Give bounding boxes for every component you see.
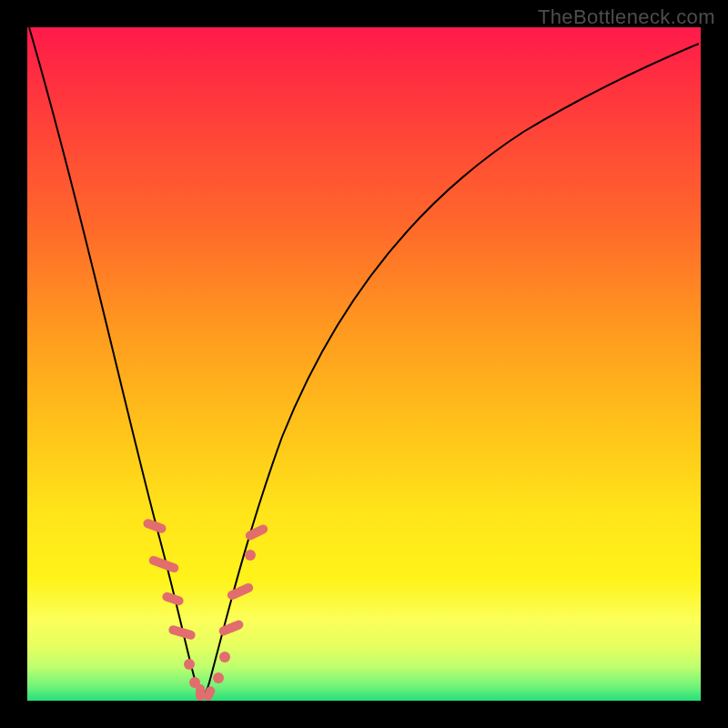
plot-area	[27, 27, 701, 701]
sample-dot	[213, 672, 224, 683]
sample-dot	[245, 550, 256, 561]
sample-pill	[226, 581, 254, 601]
chart-svg	[27, 27, 701, 701]
sample-pill	[217, 619, 245, 637]
sample-pill	[244, 523, 269, 541]
sample-dot	[219, 652, 230, 662]
sample-dot	[184, 659, 195, 670]
bottleneck-curve	[29, 27, 699, 693]
watermark-text: TheBottleneck.com	[538, 5, 715, 29]
sample-pill	[196, 684, 205, 701]
chart-frame: TheBottleneck.com	[0, 0, 728, 728]
